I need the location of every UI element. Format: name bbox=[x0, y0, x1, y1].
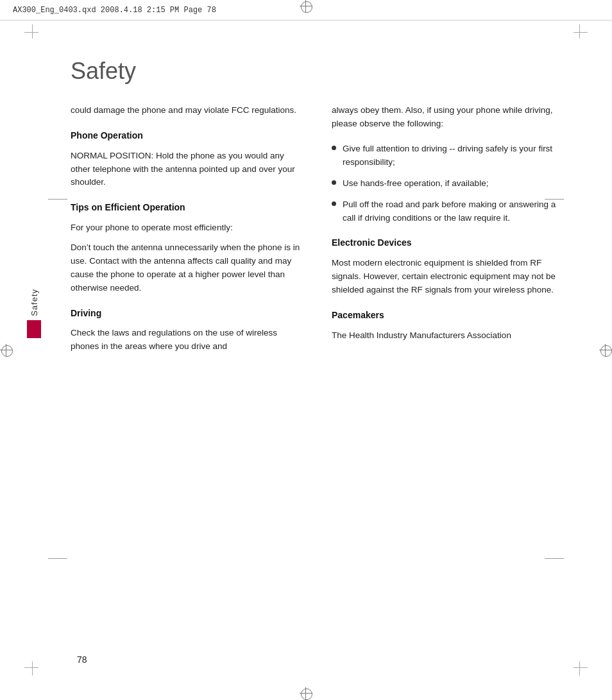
bullet-item-2: Use hands-free operation, if available; bbox=[332, 177, 567, 191]
electronic-devices-heading: Electronic Devices bbox=[332, 236, 567, 250]
phone-operation-section: Phone Operation NORMAL POSITION: Hold th… bbox=[71, 129, 306, 189]
crop-br-v bbox=[579, 662, 580, 676]
driving-cont-text: always obey them. Also, if using your ph… bbox=[332, 104, 567, 131]
bullet-dot-3 bbox=[332, 201, 336, 206]
header-bar: AX300_Eng_0403.qxd 2008.4.18 2:15 PM Pag… bbox=[0, 0, 612, 21]
tips-operation-intro: For your phone to operate most efficient… bbox=[71, 221, 306, 235]
driving-bullets-list: Give full attention to driving -- drivin… bbox=[332, 142, 567, 225]
right-column: always obey them. Also, if using your ph… bbox=[332, 104, 567, 365]
crop-tl-h bbox=[24, 32, 38, 33]
bullet-item-1: Give full attention to driving -- drivin… bbox=[332, 142, 567, 169]
tips-operation-body: Don’t touch the antenna unnecessarily wh… bbox=[71, 241, 306, 295]
bullet-dot-2 bbox=[332, 180, 336, 185]
side-rule-left-top bbox=[48, 199, 67, 200]
bullet-text-1: Give full attention to driving -- drivin… bbox=[343, 142, 567, 169]
crop-tl-v bbox=[32, 24, 33, 38]
crop-tr-h bbox=[574, 32, 588, 33]
bullet-text-2: Use hands-free operation, if available; bbox=[343, 177, 488, 191]
electronic-devices-body: Most modern electronic equipment is shie… bbox=[332, 257, 567, 297]
sidebar-label: Safety bbox=[27, 289, 41, 338]
phone-operation-heading: Phone Operation bbox=[71, 129, 306, 143]
main-content: Safety could damage the phone and may vi… bbox=[71, 58, 567, 662]
reg-mark-left-center bbox=[0, 344, 13, 357]
sidebar-text: Safety bbox=[30, 289, 39, 316]
left-column: could damage the phone and may violate F… bbox=[71, 104, 306, 365]
driving-section: Driving Check the laws and regulations o… bbox=[71, 307, 306, 354]
page-title: Safety bbox=[71, 58, 567, 85]
crop-br-h bbox=[574, 667, 588, 668]
crop-bl-v bbox=[32, 662, 33, 676]
two-column-layout: could damage the phone and may violate F… bbox=[71, 104, 567, 365]
tips-operation-section: Tips on Efficient Operation For your pho… bbox=[71, 201, 306, 295]
reg-mark-right-center bbox=[599, 344, 612, 357]
pacemakers-body: The Health Industry Manufacturers Associ… bbox=[332, 329, 567, 343]
pacemakers-section: Pacemakers The Health Industry Manufactu… bbox=[332, 309, 567, 343]
crop-bl-h bbox=[24, 667, 38, 668]
reg-mark-bottom-center bbox=[300, 687, 312, 700]
bullet-item-3: Pull off the road and park before making… bbox=[332, 198, 567, 225]
pacemakers-heading: Pacemakers bbox=[332, 309, 567, 323]
bullet-dot-1 bbox=[332, 146, 336, 150]
bullet-text-3: Pull off the road and park before making… bbox=[343, 198, 567, 225]
electronic-devices-section: Electronic Devices Most modern electroni… bbox=[332, 236, 567, 296]
crop-tr-v bbox=[579, 24, 580, 38]
sidebar-color-bar bbox=[27, 320, 41, 338]
tips-operation-heading: Tips on Efficient Operation bbox=[71, 201, 306, 215]
phone-operation-body: NORMAL POSITION: Hold the phone as you w… bbox=[71, 149, 306, 190]
driving-heading: Driving bbox=[71, 307, 306, 321]
header-text: AX300_Eng_0403.qxd 2008.4.18 2:15 PM Pag… bbox=[13, 6, 216, 15]
intro-text: could damage the phone and may violate F… bbox=[71, 104, 306, 117]
side-rule-left-bottom bbox=[48, 558, 67, 559]
driving-body: Check the laws and regulations on the us… bbox=[71, 327, 306, 354]
